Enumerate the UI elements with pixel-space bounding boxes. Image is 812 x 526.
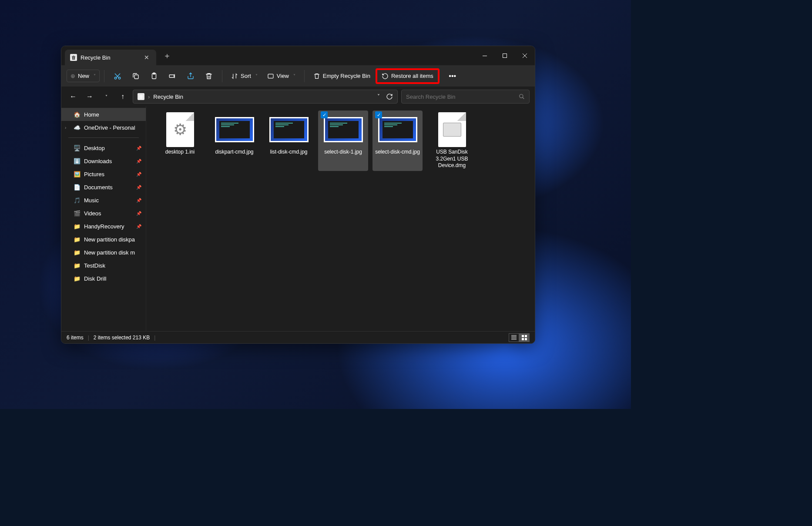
navbar: ← → ˅ ↑ 🗑 › Recycle Bin ˅ xyxy=(61,87,535,106)
folder-icon: 📄 xyxy=(74,184,81,191)
sidebar-item-new-partition-diskpa[interactable]: 📁New partition diskpa xyxy=(61,233,146,246)
file-item[interactable]: list-disk-cmd.jpg xyxy=(264,111,314,171)
sort-button[interactable]: Sort ˅ xyxy=(227,70,262,82)
sidebar-item-videos[interactable]: 🎬Videos📌 xyxy=(61,207,146,220)
sidebar-item-label: Documents xyxy=(84,184,113,191)
sidebar-item-music[interactable]: 🎵Music📌 xyxy=(61,194,146,207)
empty-recycle-bin-button[interactable]: Empty Recycle Bin xyxy=(309,70,375,82)
chevron-down-icon[interactable]: ˅ xyxy=(377,94,380,100)
image-thumbnail xyxy=(269,117,309,142)
new-button[interactable]: ⊕ New ˅ xyxy=(67,70,100,82)
folder-icon: 📁 xyxy=(74,275,81,282)
cut-button[interactable] xyxy=(109,68,126,84)
maximize-button[interactable] xyxy=(495,46,515,65)
file-name-label: diskpart-cmd.jpg xyxy=(215,149,253,156)
sidebar-item-downloads[interactable]: ⬇️Downloads📌 xyxy=(61,154,146,168)
ellipsis-icon: ••• xyxy=(449,72,456,80)
recycle-bin-icon: 🗑 xyxy=(138,93,144,100)
selected-count: 2 items selected 213 KB xyxy=(94,335,150,341)
more-options-button[interactable]: ••• xyxy=(444,68,461,84)
pin-icon: 📌 xyxy=(136,198,141,203)
file-explorer-window: 🗑 Recycle Bin ✕ ＋ ⊕ New ˅ xyxy=(61,46,535,344)
back-button[interactable]: ← xyxy=(67,90,80,103)
sidebar-item-home[interactable]: 🏠 Home xyxy=(61,108,146,121)
file-item[interactable]: USB SanDisk 3.2Gen1 USB Device.dmg xyxy=(427,111,477,171)
file-item[interactable]: diskpart-cmd.jpg xyxy=(209,111,259,171)
share-button[interactable] xyxy=(182,68,199,84)
pin-icon: 📌 xyxy=(136,159,141,164)
sidebar-item-disk-drill[interactable]: 📁Disk Drill xyxy=(61,272,146,285)
new-label: New xyxy=(78,73,89,79)
sidebar: 🏠 Home › ☁️ OneDrive - Personal 🖥️Deskto… xyxy=(61,106,146,331)
paste-button[interactable] xyxy=(145,68,163,84)
file-name-label: list-disk-cmd.jpg xyxy=(270,149,307,156)
view-icon xyxy=(267,73,274,80)
sidebar-item-handyrecovery[interactable]: 📁HandyRecovery📌 xyxy=(61,220,146,233)
forward-button[interactable]: → xyxy=(83,90,96,103)
recycle-bin-icon: 🗑 xyxy=(70,54,77,61)
pin-icon: 📌 xyxy=(136,172,141,177)
tab-recycle-bin[interactable]: 🗑 Recycle Bin ✕ xyxy=(65,50,156,65)
gear-icon: ⚙ xyxy=(173,121,187,139)
rename-button[interactable] xyxy=(164,68,181,84)
details-view-button[interactable] xyxy=(509,333,519,342)
trash-icon xyxy=(313,73,320,80)
plus-icon: ⊕ xyxy=(70,73,75,79)
restore-icon xyxy=(382,73,389,80)
folder-icon: ⬇️ xyxy=(74,157,81,164)
new-tab-button[interactable]: ＋ xyxy=(163,50,171,61)
svg-rect-0 xyxy=(483,56,487,56)
folder-icon: 🎵 xyxy=(74,197,81,204)
chevron-down-icon: ˅ xyxy=(293,74,295,78)
sidebar-item-desktop[interactable]: 🖥️Desktop📌 xyxy=(61,141,146,154)
pin-icon: 📌 xyxy=(136,224,141,229)
breadcrumb-location[interactable]: Recycle Bin xyxy=(153,94,183,100)
sidebar-item-testdisk[interactable]: 📁TestDisk xyxy=(61,259,146,272)
sort-label: Sort xyxy=(241,73,251,79)
view-label: View xyxy=(277,73,289,79)
copy-button[interactable] xyxy=(127,68,144,84)
view-button[interactable]: View ˅ xyxy=(263,70,300,82)
restore-all-items-button[interactable]: Restore all items xyxy=(376,68,440,84)
file-item[interactable]: ✓select-disk-cmd.jpg xyxy=(372,111,423,171)
svg-rect-8 xyxy=(268,74,273,78)
sidebar-item-onedrive[interactable]: › ☁️ OneDrive - Personal xyxy=(61,121,146,134)
restore-label: Restore all items xyxy=(391,73,433,79)
cloud-icon: ☁️ xyxy=(74,124,81,131)
checkbox-icon[interactable]: ✓ xyxy=(321,111,328,118)
delete-button[interactable] xyxy=(200,68,218,84)
sidebar-item-documents[interactable]: 📄Documents📌 xyxy=(61,181,146,194)
search-bar[interactable] xyxy=(401,90,530,104)
sidebar-item-label: HandyRecovery xyxy=(84,223,124,230)
close-tab-button[interactable]: ✕ xyxy=(142,52,151,63)
minimize-button[interactable] xyxy=(475,46,495,65)
thumbnails-view-button[interactable] xyxy=(519,333,530,342)
image-thumbnail xyxy=(215,117,254,142)
toolbar: ⊕ New ˅ Sort ˅ xyxy=(61,65,535,87)
separator xyxy=(104,70,104,82)
up-button[interactable]: ↑ xyxy=(116,90,129,103)
sidebar-item-pictures[interactable]: 🖼️Pictures📌 xyxy=(61,168,146,181)
folder-icon: 📁 xyxy=(74,249,81,256)
folder-icon: 🖥️ xyxy=(74,144,81,151)
file-thumbnail: ⚙ xyxy=(166,112,194,147)
content-area[interactable]: ⚙desktop 1.inidiskpart-cmd.jpglist-disk-… xyxy=(146,106,535,331)
refresh-button[interactable] xyxy=(386,93,393,100)
close-window-button[interactable] xyxy=(515,46,535,65)
search-input[interactable] xyxy=(406,94,519,100)
chevron-right-icon: › xyxy=(148,94,150,100)
svg-point-2 xyxy=(114,77,117,79)
file-item[interactable]: ✓select-disk-1.jpg xyxy=(318,111,368,171)
sidebar-item-new-partition-disk-m[interactable]: 📁New partition disk m xyxy=(61,246,146,259)
svg-rect-11 xyxy=(525,335,527,337)
recent-button[interactable]: ˅ xyxy=(100,90,113,103)
svg-rect-13 xyxy=(525,338,527,340)
separator: | xyxy=(154,335,155,341)
folder-icon: 🖼️ xyxy=(74,171,81,178)
disk-icon xyxy=(443,123,461,137)
file-item[interactable]: ⚙desktop 1.ini xyxy=(155,111,205,171)
checkbox-icon[interactable]: ✓ xyxy=(375,111,382,118)
folder-icon: 📁 xyxy=(74,223,81,230)
address-bar[interactable]: 🗑 › Recycle Bin ˅ xyxy=(133,90,398,104)
svg-rect-1 xyxy=(503,54,507,58)
